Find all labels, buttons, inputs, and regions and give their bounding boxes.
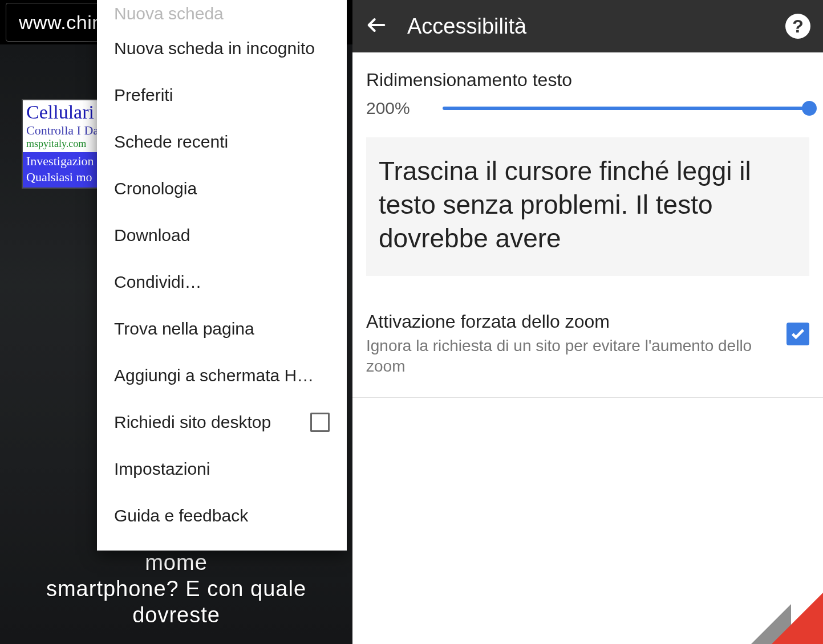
- text-scaling-label: Ridimensionamento testo: [366, 70, 809, 91]
- menu-item-incognito[interactable]: Nuova scheda in incognito: [97, 25, 347, 72]
- menu-item-help[interactable]: Guida e feedback: [97, 492, 347, 539]
- menu-item-new-tab[interactable]: Nuova scheda: [97, 2, 347, 25]
- menu-item-settings[interactable]: Impostazioni: [97, 446, 347, 492]
- text-scaling-slider[interactable]: [443, 107, 809, 110]
- menu-item-add-homescreen[interactable]: Aggiungi a schermata H…: [97, 352, 347, 399]
- left-screenshot: www.chin Cellulari Controlla I Dat mspyi…: [0, 0, 352, 644]
- force-zoom-subtitle: Ignora la richiesta di un sito per evita…: [366, 336, 773, 377]
- question-icon: ?: [792, 16, 804, 37]
- menu-item-history[interactable]: Cronologia: [97, 165, 347, 212]
- force-zoom-title: Attivazione forzata dello zoom: [366, 311, 773, 332]
- check-icon: [790, 326, 806, 342]
- divider: [352, 397, 823, 398]
- arrow-left-icon: [365, 14, 388, 36]
- help-button[interactable]: ?: [785, 14, 810, 39]
- menu-item-desktop-site[interactable]: Richiedi sito desktop: [97, 399, 347, 446]
- url-text: www.chin: [19, 11, 103, 34]
- site-logo: [737, 593, 823, 644]
- menu-item-downloads[interactable]: Download: [97, 212, 347, 259]
- force-zoom-row[interactable]: Attivazione forzata dello zoom Ignora la…: [366, 311, 809, 377]
- toolbar-title: Accessibilità: [407, 14, 766, 39]
- text-scaling-section: Ridimensionamento testo 200%: [352, 52, 823, 118]
- force-zoom-checkbox[interactable]: [786, 323, 809, 345]
- checkbox-empty-icon[interactable]: [310, 413, 330, 432]
- menu-item-share[interactable]: Condividi…: [97, 259, 347, 305]
- right-screenshot: Accessibilità ? Ridimensionamento testo …: [352, 0, 823, 644]
- slider-thumb-icon[interactable]: [802, 101, 817, 116]
- menu-item-bookmarks[interactable]: Preferiti: [97, 72, 347, 119]
- text-preview: Trascina il cursore finché leggi il test…: [366, 137, 809, 276]
- overflow-menu: Nuova scheda Nuova scheda in incognito P…: [97, 0, 347, 551]
- menu-item-recent-tabs[interactable]: Schede recenti: [97, 119, 347, 165]
- menu-item-find[interactable]: Trova nella pagina: [97, 305, 347, 352]
- text-scaling-value: 200%: [366, 99, 420, 118]
- back-button[interactable]: [365, 14, 388, 39]
- settings-toolbar: Accessibilità ?: [352, 0, 823, 52]
